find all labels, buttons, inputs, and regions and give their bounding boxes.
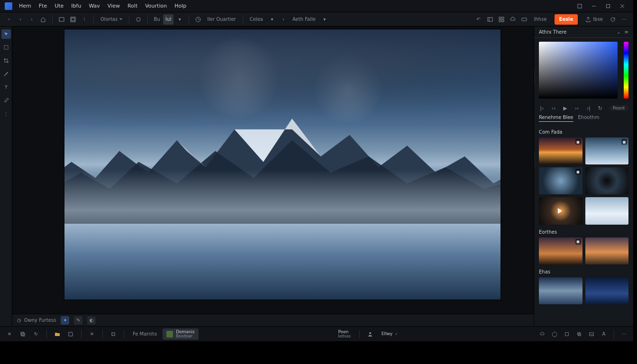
tab-browse[interactable]: Ehoothm (578, 115, 600, 122)
menu-wav[interactable]: Wav (85, 0, 103, 12)
panel-menu-icon[interactable]: ≡ (625, 29, 628, 35)
primary-action-button[interactable]: Eesle (555, 14, 578, 25)
menu-vourtion[interactable]: Vourtion (141, 0, 171, 12)
tool-eyedropper[interactable] (1, 96, 11, 105)
chevron-down-icon[interactable]: ▾ (319, 14, 330, 25)
avatar-icon[interactable] (364, 328, 376, 340)
folder-icon[interactable] (52, 328, 63, 340)
preset-thumb[interactable] (585, 167, 629, 194)
footer-tool-b[interactable]: ✎ (74, 316, 82, 325)
preset-thumb[interactable] (539, 197, 582, 224)
stop-icon[interactable] (108, 328, 119, 340)
close-icon[interactable]: ✕ (4, 328, 15, 340)
center-chip-a[interactable]: Poenkotxas (335, 328, 355, 340)
more-icon[interactable]: ⋯ (619, 14, 629, 25)
meta-label[interactable]: Ihhse (530, 14, 551, 25)
other-thumb[interactable] (539, 277, 582, 304)
color-field[interactable] (539, 42, 618, 99)
group2-label[interactable]: Aeth Falle (290, 17, 318, 22)
tab-recent[interactable]: Renehme Blee (539, 115, 573, 122)
menu-file[interactable]: Fte (35, 0, 51, 12)
clock-icon[interactable] (193, 14, 203, 25)
collapse-icon[interactable]: ‹ (4, 14, 14, 25)
collapse-section-icon[interactable]: ‹ (534, 152, 535, 168)
footer-tool-c[interactable]: ◐ (87, 316, 96, 325)
bookmark-icon[interactable]: ▪ (575, 239, 581, 245)
group1-label[interactable]: Celea (247, 17, 266, 22)
canvas-area[interactable] (12, 27, 534, 314)
maximize-button[interactable] (602, 1, 614, 11)
dropdown-icon[interactable]: ⁝ (79, 14, 90, 25)
chevron-down-icon[interactable]: ⌄ (617, 29, 620, 35)
canvas-image[interactable] (64, 29, 500, 300)
aspect-icon[interactable] (56, 14, 67, 25)
chevron-down-icon[interactable]: ▾ (267, 14, 277, 25)
loop-icon[interactable]: ↻ (597, 104, 603, 112)
text-icon[interactable]: A (599, 328, 609, 340)
chevron-down-icon[interactable]: ▾ (174, 14, 185, 25)
seg-b[interactable]: Iul (163, 14, 173, 25)
link-icon[interactable] (519, 14, 529, 25)
favorite-thumb[interactable] (585, 237, 629, 264)
tool-crop[interactable] (1, 56, 11, 65)
circle-icon[interactable]: ◯ (549, 328, 560, 340)
footer-tool-a[interactable]: ✦ (61, 316, 69, 325)
tool-text[interactable] (1, 82, 11, 92)
prev-icon[interactable]: ‹‹ (551, 104, 557, 112)
refresh-icon[interactable] (608, 14, 618, 25)
preset-thumb[interactable]: ▪ (539, 137, 582, 164)
tool-brush[interactable] (1, 69, 11, 79)
menu-ibfu[interactable]: Ibfu (67, 0, 85, 12)
reset-pill[interactable]: Poont (609, 105, 628, 111)
favorite-thumb[interactable]: ▪ (539, 237, 582, 264)
menu-edit[interactable]: Ute (51, 0, 67, 12)
close-button[interactable] (616, 1, 628, 11)
collapse-panel-icon[interactable]: ‹ (534, 70, 535, 86)
seg-a[interactable]: Bu (152, 14, 162, 25)
options-dropdown[interactable]: Olortas (98, 17, 125, 22)
tool-select[interactable] (1, 43, 11, 52)
menu-home[interactable]: Hem (15, 0, 35, 12)
cloud-icon[interactable] (537, 328, 547, 340)
nav-back-icon[interactable]: ‹ (15, 14, 26, 25)
home-icon[interactable] (38, 14, 48, 25)
nav-fwd-icon[interactable]: › (27, 14, 37, 25)
frame-icon[interactable] (68, 14, 78, 25)
bookmark-icon[interactable]: ▪ (575, 139, 581, 145)
step-icon[interactable]: › (278, 14, 289, 25)
menu-rolt[interactable]: Rolt (124, 0, 141, 12)
preset-thumb[interactable]: ▪ (539, 167, 582, 194)
copy-icon[interactable] (17, 328, 28, 340)
minimize-button[interactable] (588, 1, 600, 11)
hue-slider[interactable] (624, 42, 628, 99)
other-thumb[interactable] (585, 277, 629, 304)
menu-help[interactable]: Holp (171, 0, 190, 12)
bookmark-icon[interactable]: ▪ (575, 169, 581, 174)
skip-start-icon[interactable]: |‹ (539, 104, 545, 112)
cloud-icon[interactable] (508, 14, 518, 25)
preset-thumb[interactable] (585, 197, 629, 224)
center-chip-b[interactable]: Ellwy › (378, 328, 401, 340)
refresh-icon[interactable]: ↻ (30, 328, 42, 340)
delete-icon[interactable]: ✕ (86, 328, 98, 340)
next-icon[interactable]: ›› (574, 104, 580, 112)
bookmark-icon[interactable]: ▪ (621, 139, 627, 145)
panel-icon[interactable] (485, 14, 495, 25)
grid-icon[interactable] (496, 14, 507, 25)
more-icon[interactable]: ⋯ (619, 328, 629, 340)
menu-view[interactable]: View (104, 0, 124, 12)
play-icon[interactable]: ▶ (562, 104, 568, 112)
brush-icon[interactable] (133, 14, 144, 25)
image-icon[interactable] (586, 328, 597, 340)
overflow-icon[interactable] (573, 1, 586, 11)
layers-icon[interactable] (574, 328, 584, 340)
undo-icon[interactable]: ↶ (473, 14, 484, 25)
square-icon[interactable] (562, 328, 572, 340)
tool-more[interactable]: ⋮ (1, 109, 11, 118)
save-icon[interactable] (65, 328, 76, 340)
preset-thumb[interactable]: ▪ (585, 137, 629, 164)
skip-end-icon[interactable]: ›| (585, 104, 592, 112)
tool-move[interactable] (1, 29, 11, 39)
share-button[interactable]: Ibse (582, 14, 607, 25)
project-chip[interactable]: DemanisBeodowr (163, 328, 199, 340)
